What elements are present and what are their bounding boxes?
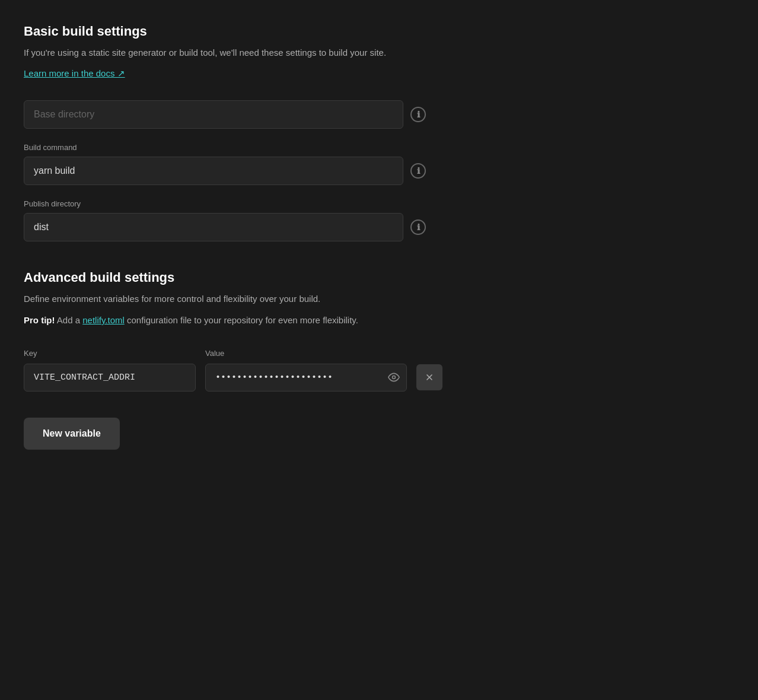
eye-icon — [388, 371, 400, 383]
publish-directory-label: Publish directory — [24, 199, 734, 208]
build-command-input[interactable] — [24, 157, 403, 185]
value-column-label: Value — [205, 349, 407, 358]
base-directory-input[interactable] — [24, 100, 403, 129]
base-directory-info-icon[interactable]: ℹ — [410, 107, 426, 122]
netlify-toml-link[interactable]: netlify.toml — [82, 315, 125, 325]
key-column-label: Key — [24, 349, 196, 358]
toggle-visibility-button[interactable] — [388, 371, 400, 383]
pro-tip-text: Pro tip! Add a netlify.toml configuratio… — [24, 314, 734, 327]
basic-build-settings-title: Basic build settings — [24, 24, 734, 39]
base-directory-row: ℹ — [24, 100, 734, 129]
pro-tip-bold: Pro tip! — [24, 315, 55, 325]
env-value-input[interactable] — [205, 364, 407, 392]
learn-more-link[interactable]: Learn more in the docs ↗ — [24, 68, 125, 79]
svg-point-0 — [393, 376, 396, 379]
pro-tip-after-link: configuration file to your repository fo… — [127, 315, 358, 325]
advanced-build-settings-section: Advanced build settings Define environme… — [24, 270, 734, 450]
pro-tip-before-link: Add a — [57, 315, 82, 325]
env-row-headers: Key Value — [24, 349, 734, 358]
build-command-row: ℹ — [24, 157, 734, 185]
publish-directory-info-icon[interactable]: ℹ — [410, 219, 426, 235]
build-command-info-icon[interactable]: ℹ — [410, 163, 426, 179]
env-variables-section: Key Value — [24, 349, 734, 392]
advanced-build-settings-title: Advanced build settings — [24, 270, 734, 285]
base-directory-field-group: ℹ — [24, 100, 734, 129]
publish-directory-row: ℹ — [24, 213, 734, 241]
new-variable-button[interactable]: New variable — [24, 418, 120, 450]
publish-directory-field-group: Publish directory ℹ — [24, 199, 734, 241]
basic-build-settings-section: Basic build settings If you're using a s… — [24, 24, 734, 241]
advanced-build-settings-description: Define environment variables for more co… — [24, 292, 734, 306]
env-variable-row — [24, 364, 734, 392]
remove-env-variable-button[interactable] — [416, 364, 442, 390]
build-command-label: Build command — [24, 143, 734, 152]
env-key-input[interactable] — [24, 364, 196, 392]
publish-directory-input[interactable] — [24, 213, 403, 241]
build-command-field-group: Build command ℹ — [24, 143, 734, 185]
env-value-wrapper — [205, 364, 407, 392]
basic-build-settings-description: If you're using a static site generator … — [24, 46, 734, 60]
close-icon — [425, 373, 434, 382]
